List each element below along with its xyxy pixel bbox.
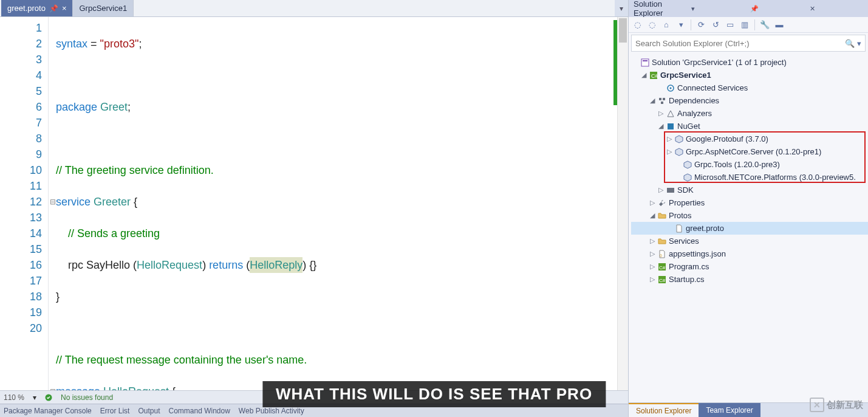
refresh-icon[interactable]: ↺	[709, 19, 722, 31]
chevron-right-icon[interactable]: ▷	[665, 148, 674, 156]
solution-tree[interactable]: ▸ Solution 'GrpcService1' (1 of 1 projec…	[629, 53, 868, 402]
show-all-icon[interactable]: ▥	[739, 19, 751, 31]
chevron-right-icon[interactable]: ▷	[648, 275, 657, 283]
code-editor[interactable]: 12345678910 11121314151617181920 syntax …	[0, 17, 628, 390]
collapse-icon[interactable]: ▭	[724, 19, 736, 31]
tab-greet-proto[interactable]: greet.proto 📌 ×	[1, 0, 73, 16]
forward-icon[interactable]: ◌	[646, 19, 658, 31]
bottom-tab[interactable]: Command Window	[168, 407, 230, 415]
analyzers-node[interactable]: ▷ Analyzers	[631, 107, 868, 120]
editor-pane: greet.proto 📌 × GrpcService1 ▾ 123456789…	[0, 0, 628, 417]
tab-grpcservice[interactable]: GrpcService1	[73, 0, 134, 16]
dependencies-icon	[657, 97, 668, 105]
chevron-right-icon[interactable]: ▷	[648, 237, 657, 245]
bottom-tab[interactable]: Web Publish Activity	[239, 407, 304, 415]
home-icon[interactable]: ⌂	[660, 19, 672, 31]
services-folder-node[interactable]: ▷ Services	[631, 235, 868, 247]
pin-icon[interactable]: 📌	[49, 4, 58, 13]
json-icon: {}	[657, 250, 668, 258]
close-icon[interactable]: ✕	[808, 5, 864, 13]
connected-services-node[interactable]: ▸ Connected Services	[631, 81, 868, 94]
chevron-down-icon[interactable]: ◢	[648, 212, 657, 219]
chevron-down-icon[interactable]: ◢	[648, 97, 657, 105]
svg-rect-2	[643, 60, 648, 61]
svg-text:C#: C#	[651, 73, 658, 79]
package-icon	[682, 173, 693, 182]
solution-explorer-bottom-tabs: Solution Explorer Team Explorer	[629, 402, 868, 417]
greet-proto-file-node[interactable]: ▷ greet.proto	[631, 222, 868, 235]
program-cs-node[interactable]: ▷ C# Program.cs	[631, 260, 868, 273]
solution-icon	[640, 58, 651, 67]
sync-icon[interactable]: ⟳	[695, 19, 707, 31]
package-icon	[674, 135, 685, 143]
tab-label: GrpcService1	[79, 4, 127, 13]
switch-views-icon[interactable]: ▾	[675, 19, 687, 31]
svg-rect-8	[663, 98, 665, 100]
solution-explorer-pane: Solution Explorer ▾ 📌 ✕ ◌ ◌ ⌂ ▾ ⟳ ↺ ▭ ▥ …	[628, 0, 868, 417]
svg-text:{}: {}	[660, 253, 662, 257]
fold-icon[interactable]: ⊟	[50, 384, 56, 390]
tab-overflow-icon[interactable]: ▾	[615, 0, 628, 16]
dependencies-node[interactable]: ◢ Dependencies	[631, 94, 868, 107]
package-node[interactable]: ▷ Microsoft.NETCore.Platforms (3.0.0-pre…	[631, 171, 868, 184]
csproj-icon: C#	[648, 71, 659, 80]
appsettings-node[interactable]: ▷ {} appsettings.json	[631, 247, 868, 260]
solution-explorer-title-bar[interactable]: Solution Explorer ▾ 📌 ✕	[629, 0, 868, 17]
zoom-level[interactable]: 110 %	[4, 393, 24, 402]
window-menu-icon[interactable]: ▾	[689, 5, 745, 13]
bottom-tab[interactable]: Package Manager Console	[4, 407, 92, 415]
chevron-down-icon[interactable]: ◢	[657, 122, 665, 130]
issues-status[interactable]: No issues found	[61, 393, 113, 402]
svg-text:C#: C#	[659, 278, 666, 283]
sdk-node[interactable]: ▷ SDK	[631, 184, 868, 196]
properties-node[interactable]: ▷ Properties	[631, 196, 868, 209]
chevron-right-icon[interactable]: ▷	[648, 199, 657, 207]
vertical-scrollbar[interactable]	[617, 17, 628, 390]
chevron-right-icon[interactable]: ▷	[665, 135, 674, 143]
nuget-icon	[665, 122, 676, 131]
back-icon[interactable]: ◌	[631, 19, 643, 31]
tab-label: greet.proto	[7, 4, 46, 13]
startup-cs-node[interactable]: ▷ C# Startup.cs	[631, 273, 868, 286]
bottom-tab[interactable]: Output	[138, 407, 160, 415]
package-node[interactable]: ▷ Grpc.Tools (1.20.0-pre3)	[631, 158, 868, 171]
folder-icon	[657, 237, 668, 246]
chevron-right-icon[interactable]: ▷	[648, 250, 657, 258]
fold-icon[interactable]: ⊟	[50, 194, 56, 210]
svg-rect-10	[668, 123, 674, 129]
chevron-right-icon[interactable]: ▷	[657, 186, 665, 194]
connected-icon	[665, 84, 676, 92]
panel-title: Solution Explorer	[634, 0, 686, 18]
bottom-tool-tabs: Package Manager Console Error List Outpu…	[0, 404, 628, 417]
package-icon	[674, 148, 685, 156]
csharp-icon: C#	[657, 275, 668, 284]
check-icon	[45, 393, 52, 402]
svg-rect-1	[641, 59, 649, 66]
search-icon[interactable]: 🔍 ▾	[845, 39, 861, 48]
pin-icon[interactable]: 📌	[748, 5, 804, 13]
svg-rect-9	[661, 102, 663, 104]
nuget-node[interactable]: ◢ NuGet	[631, 120, 868, 133]
code-content[interactable]: syntax = "proto3"; package Greet; // The…	[49, 17, 628, 390]
solution-explorer-tab[interactable]: Solution Explorer	[629, 403, 699, 417]
package-node[interactable]: ▷ Google.Protobuf (3.7.0)	[631, 133, 868, 145]
team-explorer-tab[interactable]: Team Explorer	[699, 403, 760, 417]
search-input[interactable]	[635, 39, 845, 48]
svg-point-6	[670, 87, 672, 89]
package-node[interactable]: ▷ Grpc.AspNetCore.Server (0.1.20-pre1)	[631, 145, 868, 158]
chevron-down-icon[interactable]: ◢	[640, 71, 648, 79]
solution-root-node[interactable]: ▸ Solution 'GrpcService1' (1 of 1 projec…	[631, 56, 868, 69]
solution-search-box[interactable]: 🔍 ▾	[631, 35, 866, 52]
preview-icon[interactable]: ▬	[773, 19, 785, 31]
solution-explorer-toolbar: ◌ ◌ ⌂ ▾ ⟳ ↺ ▭ ▥ 🔧 ▬	[629, 17, 868, 33]
folder-icon	[657, 212, 668, 220]
bottom-tab[interactable]: Error List	[100, 407, 130, 415]
project-node[interactable]: ◢ C# GrpcService1	[631, 69, 868, 81]
chevron-right-icon[interactable]: ▷	[648, 263, 657, 271]
editor-status-bar: 110 % ▾ No issues found	[0, 390, 628, 404]
protos-folder-node[interactable]: ◢ Protos	[631, 209, 868, 222]
scrollbar-thumb[interactable]	[619, 18, 627, 43]
properties-icon[interactable]: 🔧	[759, 19, 771, 31]
chevron-right-icon[interactable]: ▷	[657, 109, 665, 117]
close-icon[interactable]: ×	[62, 4, 67, 13]
